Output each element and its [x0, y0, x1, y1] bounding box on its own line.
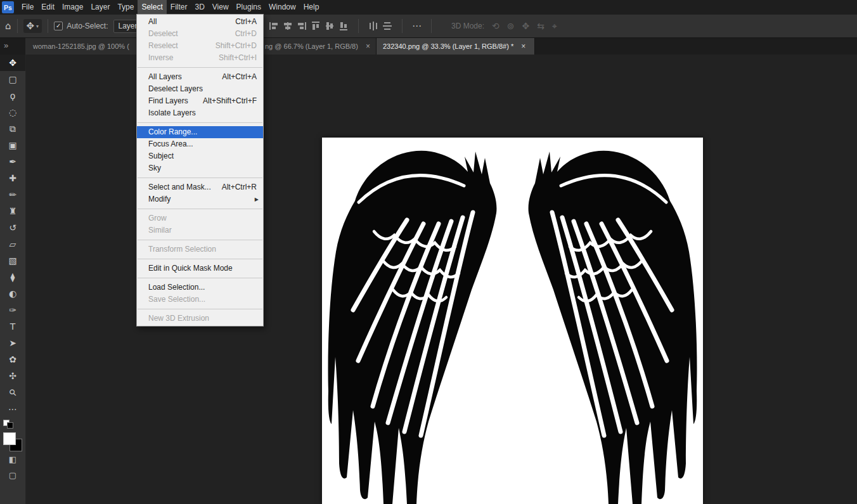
photoshop-logo[interactable]: Ps [2, 1, 14, 13]
menu-view[interactable]: View [209, 0, 233, 15]
menu-item-sky[interactable]: Sky [137, 162, 263, 174]
menu-item-all-layers[interactable]: All LayersAlt+Ctrl+A [137, 71, 263, 83]
default-colors-icon[interactable] [3, 420, 13, 429]
document-canvas[interactable] [322, 138, 703, 504]
align-bottom-edges-icon[interactable] [338, 21, 349, 31]
3d-slide-icon[interactable]: ⇆ [537, 21, 544, 31]
separator [431, 19, 432, 33]
document-tab-232340-active[interactable]: 232340.png @ 33.3% (Layer 1, RGB/8#) * × [377, 37, 535, 55]
pen-tool[interactable]: ✑ [0, 302, 25, 318]
separator [48, 19, 48, 33]
menu-item-color-range[interactable]: Color Range... [137, 126, 263, 138]
align-horizontal-centers-icon[interactable] [283, 21, 293, 31]
more-options-icon[interactable]: ⋯ [412, 20, 422, 32]
tools-panel: ✥ ▢ ϙ ◌ ⧉ ▣ ✒ ✚ ✏ ♜ ↺ ▱ ▧ ⧫ ◐ ✑ T ➤ ✿ ✣ … [0, 55, 26, 504]
menu-item-save-selection[interactable]: Save Selection... [137, 294, 263, 306]
close-tab-icon[interactable]: × [519, 42, 528, 51]
menu-image[interactable]: Image [58, 0, 87, 15]
move-tool-preset-button[interactable]: ✥ ▾ [23, 19, 42, 33]
menu-layer[interactable]: Layer [87, 0, 113, 15]
menu-help[interactable]: Help [300, 0, 323, 15]
menu-item-deselect[interactable]: DeselectCtrl+D [137, 28, 263, 40]
color-swatches[interactable] [3, 432, 22, 451]
photoshop-window: Ps File Edit Image Layer Type Select Fil… [0, 0, 857, 504]
align-top-edges-icon[interactable] [311, 21, 321, 31]
shape-tool[interactable]: ✿ [0, 351, 25, 368]
align-vertical-centers-icon[interactable] [325, 21, 335, 31]
default-background-swatch [7, 422, 13, 429]
blur-tool[interactable]: ⧫ [0, 269, 25, 285]
more-tools-icon[interactable]: ⋯ [0, 401, 25, 417]
eyedropper-tool[interactable]: ✒ [0, 153, 25, 170]
hand-tool[interactable]: ✣ [0, 368, 25, 384]
menu-type[interactable]: Type [113, 0, 138, 15]
menu-item-new-3d-extrusion[interactable]: New 3D Extrusion [137, 313, 263, 325]
separator [17, 19, 18, 33]
menu-edit[interactable]: Edit [37, 0, 58, 15]
menu-item-load-selection[interactable]: Load Selection... [137, 281, 263, 294]
marquee-tool[interactable]: ▢ [0, 71, 25, 87]
dodge-tool[interactable]: ◐ [0, 285, 25, 302]
brush-tool[interactable]: ✏ [0, 186, 25, 203]
menu-item-transform-selection[interactable]: Transform Selection [137, 243, 263, 255]
menu-item-inverse[interactable]: InverseShift+Ctrl+I [137, 52, 263, 64]
distribute-horizontal-icon[interactable] [368, 21, 378, 31]
menu-plugins[interactable]: Plugins [233, 0, 265, 15]
menu-item-deselect-layers[interactable]: Deselect Layers [137, 83, 263, 95]
submenu-arrow-icon: ▶ [255, 193, 259, 205]
healing-brush-tool[interactable]: ✚ [0, 170, 25, 186]
quick-selection-tool[interactable]: ◌ [0, 104, 25, 120]
close-tab-icon[interactable]: × [363, 42, 373, 51]
options-bar: ⌂ ✥ ▾ ✓ Auto-Select: Layer ▾ [0, 15, 857, 38]
menu-item-find-layers[interactable]: Find LayersAlt+Shift+Ctrl+F [137, 95, 263, 107]
align-right-edges-icon[interactable] [297, 21, 307, 31]
menubar: Ps File Edit Image Layer Type Select Fil… [0, 0, 857, 15]
menu-3d[interactable]: 3D [191, 0, 208, 15]
menu-select[interactable]: Select [138, 0, 166, 15]
target-value: Layer [119, 22, 138, 30]
tab-title: woman-1252185.jpg @ 100% ( [33, 42, 129, 50]
home-icon[interactable]: ⌂ [5, 20, 11, 32]
3d-orbit-icon[interactable]: ⟲ [492, 21, 499, 31]
document-tab-bar: » woman-1252185.jpg @ 100% ( ng @ 66.7% … [0, 37, 857, 55]
separator [358, 19, 359, 33]
menu-filter[interactable]: Filter [167, 0, 191, 15]
menu-item-subject[interactable]: Subject [137, 150, 263, 162]
menu-item-grow[interactable]: Grow [137, 212, 263, 224]
menu-item-modify[interactable]: Modify▶ [137, 193, 263, 205]
clone-stamp-tool[interactable]: ♜ [0, 203, 25, 219]
menu-item-focus-area[interactable]: Focus Area... [137, 138, 263, 150]
3d-mode-label: 3D Mode: [451, 22, 484, 30]
menu-separator [138, 209, 262, 209]
align-left-edges-icon[interactable] [269, 21, 279, 31]
3d-roll-icon[interactable]: ⊚ [507, 21, 515, 31]
zoom-tool[interactable]: ⚲ [0, 384, 25, 401]
history-brush-tool[interactable]: ↺ [0, 219, 25, 236]
type-tool[interactable]: T [0, 318, 25, 335]
menu-item-similar[interactable]: Similar [137, 224, 263, 236]
lasso-tool[interactable]: ϙ [0, 87, 25, 104]
menu-separator [138, 278, 262, 278]
frame-tool[interactable]: ▣ [0, 137, 25, 153]
menu-item-reselect[interactable]: ReselectShift+Ctrl+D [137, 40, 263, 52]
3d-pan-icon[interactable]: ✥ [522, 21, 530, 31]
menu-file[interactable]: File [18, 0, 37, 15]
distribute-vertical-icon[interactable] [382, 21, 392, 31]
auto-select-checkbox[interactable]: ✓ Auto-Select: [54, 22, 108, 30]
eraser-tool[interactable]: ▱ [0, 236, 25, 252]
menu-item-all[interactable]: AllCtrl+A [137, 16, 263, 28]
path-selection-tool[interactable]: ➤ [0, 335, 25, 351]
screen-mode-icon[interactable]: ▢ [0, 467, 25, 483]
menu-separator [138, 178, 262, 178]
quick-mask-mode-icon[interactable]: ◧ [0, 451, 25, 467]
collapse-panels-chevron[interactable]: » [4, 37, 8, 55]
menu-item-select-and-mask[interactable]: Select and Mask...Alt+Ctrl+R [137, 181, 263, 193]
menu-item-isolate-layers[interactable]: Isolate Layers [137, 107, 263, 119]
gradient-tool[interactable]: ▧ [0, 252, 25, 269]
menu-window[interactable]: Window [265, 0, 300, 15]
3d-camera-icon[interactable]: ⌖ [552, 21, 557, 32]
crop-tool[interactable]: ⧉ [0, 120, 25, 137]
move-tool[interactable]: ✥ [0, 55, 25, 71]
menu-item-edit-in-quick-mask-mode[interactable]: Edit in Quick Mask Mode [137, 262, 263, 275]
foreground-color-swatch[interactable] [3, 432, 16, 445]
